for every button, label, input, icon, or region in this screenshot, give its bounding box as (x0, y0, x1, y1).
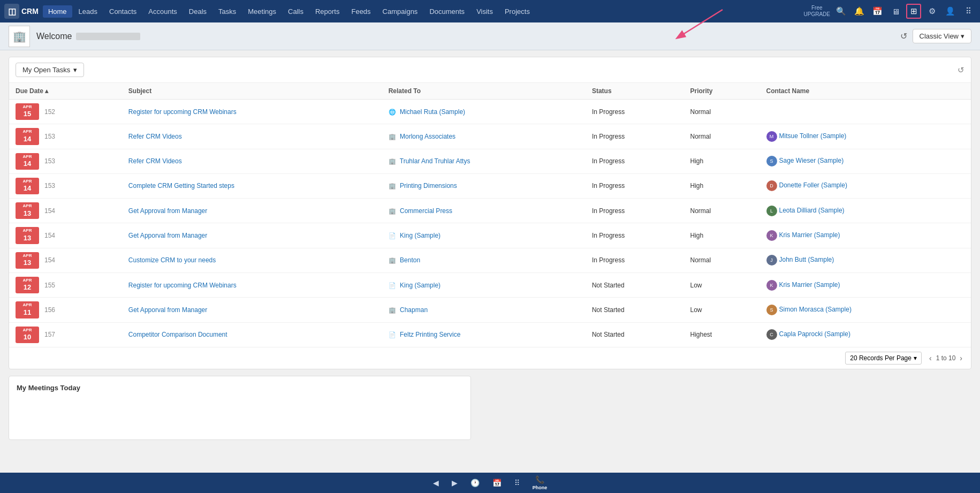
nav-right-actions: FreeUPGRADE 🔍 🔔 📅 🖥 ⊞ ⚙ 👤 ⠿ (804, 4, 976, 19)
nav-home[interactable]: Home (43, 5, 72, 18)
cell-priority: Normal (684, 199, 760, 223)
related-link[interactable]: Truhlar And Truhlar Attys (400, 157, 470, 165)
subject-link[interactable]: Get Apporval from Manager (128, 306, 207, 314)
classic-view-button[interactable]: Classic View ▾ (913, 29, 971, 43)
settings-icon[interactable]: ⚙ (924, 4, 939, 19)
nav-visits[interactable]: Visits (471, 5, 498, 18)
cell-status: Not Started (586, 298, 684, 322)
contact-link[interactable]: Donette Foller (Sample) (779, 182, 847, 189)
related-icon: 🏢 (389, 133, 396, 140)
related-icon: 🏢 (389, 208, 396, 214)
related-link[interactable]: Chapman (400, 306, 428, 314)
related-icon: 🏢 (389, 257, 396, 263)
subject-link[interactable]: Refer CRM Videos (128, 133, 182, 140)
nav-contacts[interactable]: Contacts (104, 5, 142, 18)
subject-link[interactable]: Register for upcoming CRM Webinars (128, 108, 237, 116)
subject-link[interactable]: Get Approval from Manager (128, 207, 207, 215)
related-icon: 🏢 (389, 307, 396, 313)
calendar-icon[interactable]: 📅 (870, 4, 885, 19)
cell-related-to: 🏢 Truhlar And Truhlar Attys (382, 149, 586, 173)
cell-related-to: 📄 King (Sample) (382, 272, 586, 297)
cell-due-date: APR 10 157 (9, 322, 122, 347)
nav-meetings[interactable]: Meetings (242, 5, 282, 18)
upgrade-button[interactable]: FreeUPGRADE (804, 5, 830, 18)
nav-calls[interactable]: Calls (283, 5, 309, 18)
apps-grid-icon[interactable]: ⠿ (961, 4, 976, 19)
welcome-label: Welcome (36, 32, 72, 41)
subject-link[interactable]: Get Apporval from Manager (128, 232, 207, 239)
col-due-date[interactable]: Due Date ▴ (9, 83, 122, 100)
per-page-selector[interactable]: 20 Records Per Page ▾ (845, 352, 922, 365)
related-link[interactable]: King (Sample) (400, 282, 440, 289)
cell-due-date: APR 14 153 (9, 149, 122, 173)
col-priority[interactable]: Priority (684, 83, 760, 100)
my-open-tasks-button[interactable]: My Open Tasks ▾ (16, 63, 84, 77)
cell-status: In Progress (586, 248, 684, 272)
contact-link[interactable]: Kris Marrier (Sample) (779, 231, 840, 239)
cell-due-date: APR 14 153 (9, 173, 122, 198)
prev-page-button[interactable]: ‹ (927, 353, 934, 363)
contact-link[interactable]: Kris Marrier (Sample) (779, 281, 840, 289)
nav-tasks[interactable]: Tasks (213, 5, 241, 18)
contact-link[interactable]: Leota Dilliard (Sample) (779, 207, 845, 214)
grid-view-icon[interactable]: ⊞ (906, 4, 921, 19)
related-link[interactable]: Commercial Press (400, 207, 452, 215)
col-contact-name[interactable]: Contact Name (760, 83, 971, 100)
subject-link[interactable]: Competitor Comparison Document (128, 331, 227, 338)
nav-campaigns[interactable]: Campaigns (377, 5, 423, 18)
related-link[interactable]: Feltz Printing Service (400, 331, 460, 338)
my-open-tasks-label: My Open Tasks (22, 66, 70, 74)
related-link[interactable]: Benton (400, 256, 420, 264)
subject-link[interactable]: Complete CRM Getting Started steps (128, 182, 234, 189)
related-link[interactable]: Michael Ruta (Sample) (400, 108, 465, 116)
user-avatar-icon[interactable]: 👤 (943, 4, 958, 19)
nav-feeds[interactable]: Feeds (346, 5, 376, 18)
cell-status: In Progress (586, 223, 684, 248)
cell-status: Not Started (586, 322, 684, 347)
contact-link[interactable]: Capla Paprocki (Sample) (779, 330, 850, 338)
related-link[interactable]: Morlong Associates (400, 133, 455, 140)
cell-related-to: 🏢 Printing Dimensions (382, 173, 586, 198)
date-badge: APR 11 (16, 301, 39, 318)
contact-link[interactable]: Simon Morasca (Sample) (779, 306, 852, 313)
screen-icon[interactable]: 🖥 (888, 4, 903, 19)
subject-link[interactable]: Customize CRM to your needs (128, 256, 216, 264)
contact-avatar: L (766, 206, 777, 216)
table-row: APR 14 153 Complete CRM Getting Started … (9, 173, 971, 198)
next-page-button[interactable]: › (958, 353, 964, 363)
contact-link[interactable]: John Butt (Sample) (779, 256, 834, 264)
app-logo[interactable]: ◫ CRM (4, 4, 39, 19)
col-related-to[interactable]: Related To (382, 83, 586, 100)
cell-due-date: APR 11 156 (9, 298, 122, 322)
date-badge: APR 10 (16, 327, 39, 343)
related-link[interactable]: King (Sample) (400, 232, 440, 239)
nav-accounts[interactable]: Accounts (143, 5, 182, 18)
nav-projects[interactable]: Projects (499, 5, 535, 18)
contact-link[interactable]: Sage Wieser (Sample) (779, 157, 844, 164)
cell-related-to: 🌐 Michael Ruta (Sample) (382, 100, 586, 124)
refresh-button[interactable]: ↺ (900, 31, 907, 41)
nav-documents[interactable]: Documents (424, 5, 470, 18)
notification-icon[interactable]: 🔔 (852, 4, 867, 19)
company-logo: 🏢 (9, 26, 30, 47)
cell-subject: Customize CRM to your needs (122, 248, 382, 272)
page-navigation: ‹ 1 to 10 › (927, 353, 964, 363)
row-number: 153 (44, 157, 55, 165)
nav-leads[interactable]: Leads (73, 5, 103, 18)
col-status[interactable]: Status (586, 83, 684, 100)
subject-link[interactable]: Register for upcoming CRM Webinars (128, 282, 237, 289)
classic-view-chevron: ▾ (961, 32, 964, 40)
cell-contact: KKris Marrier (Sample) (760, 272, 971, 297)
cell-contact: JJohn Butt (Sample) (760, 248, 971, 272)
related-link[interactable]: Printing Dimensions (400, 182, 457, 189)
subject-link[interactable]: Refer CRM Videos (128, 157, 182, 165)
user-name-blurred (76, 33, 140, 40)
nav-deals[interactable]: Deals (184, 5, 212, 18)
nav-reports[interactable]: Reports (310, 5, 345, 18)
search-icon[interactable]: 🔍 (833, 4, 848, 19)
contact-avatar: M (766, 131, 777, 142)
contact-link[interactable]: Mitsue Tollner (Sample) (779, 132, 847, 140)
tasks-refresh-icon[interactable]: ↺ (958, 65, 964, 75)
col-subject[interactable]: Subject (122, 83, 382, 100)
cell-priority: Normal (684, 248, 760, 272)
